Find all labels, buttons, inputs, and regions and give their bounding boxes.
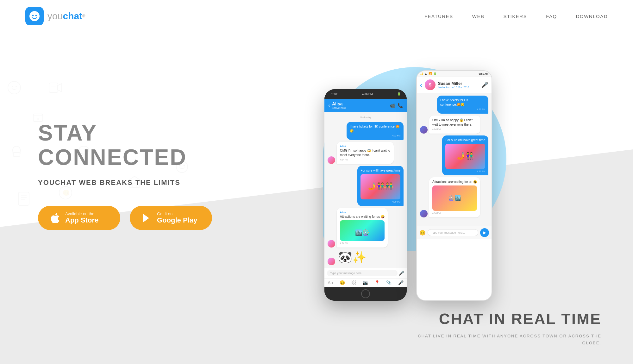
phone2-chat-header: ‹ S Susan Miller Last active on 16 Mar, … bbox=[417, 77, 492, 93]
phone2-contact-info: Susan Miller Last active on 16 Mar, 2018 bbox=[438, 81, 479, 89]
logo-icon bbox=[25, 7, 44, 25]
googleplay-icon bbox=[141, 212, 153, 224]
phone1-video-icon: 📹 bbox=[390, 103, 395, 108]
phone1-messages: Yesterday I have tickets for HK conferen… bbox=[324, 112, 407, 268]
bottom-cta-inner: CHAT IN REAL TIME CHAT LIVE IN REAL TIME… bbox=[411, 310, 601, 347]
phone2-msg-image-selfie: 🤳👫 bbox=[445, 144, 485, 169]
svg-point-0 bbox=[29, 11, 40, 21]
phone2-battery-icon: 🔋 bbox=[433, 72, 437, 75]
cta-buttons: Available on the App Store Get it on Goo… bbox=[38, 206, 228, 230]
phone1-input[interactable]: Type your message here... bbox=[327, 270, 398, 276]
phone1-input-bar: Type your message here... 🎤 bbox=[324, 268, 407, 278]
phone1-call-icon: 📞 bbox=[398, 103, 403, 108]
bottom-title: CHAT IN REAL TIME bbox=[411, 310, 601, 328]
msg-image-selfie-1: 🤳👫👬 bbox=[360, 174, 400, 199]
phone1-chat-icons: 📹 📞 bbox=[390, 103, 403, 108]
header: youchat® FEATURES WEB STIKERS FAQ DOWNLO… bbox=[0, 0, 633, 32]
appstore-text: Available on the App Store bbox=[65, 211, 98, 224]
toolbar-camera-icon: 📷 bbox=[362, 280, 368, 285]
nav-faq[interactable]: FAQ bbox=[546, 14, 557, 19]
phone1-chat-header: ‹ Alisa Active now 📹 📞 bbox=[324, 99, 407, 112]
phone2-mic-icon: 🎤 bbox=[481, 81, 488, 88]
phone2-msg-received-2: Attractions are waiting for us 😮 🎡🏙️ 4:3… bbox=[420, 177, 488, 217]
msg-avatar-1 bbox=[328, 156, 335, 164]
phone2-time: 9:51 AM bbox=[479, 72, 488, 75]
phone2-send-button[interactable]: ▶ bbox=[480, 228, 489, 237]
msg-left-bubble-2: Alisa Attractions are waiting for us 😜 🏙… bbox=[337, 208, 388, 248]
nav-web[interactable]: WEB bbox=[472, 14, 485, 19]
msg-sticker: 🐼✨ bbox=[328, 249, 404, 265]
main-nav: FEATURES WEB STIKERS FAQ DOWNLOAD bbox=[424, 14, 608, 19]
phones-container: AT&T 4:36 PM 🔋 ‹ Alisa Ac bbox=[324, 64, 492, 301]
toolbar-attachment-icon: 📎 bbox=[386, 280, 392, 285]
phone2-status-bar: 🌙 ▲ 📶 🔋 9:51 AM bbox=[417, 71, 492, 77]
phone2-input[interactable]: Type your message here... bbox=[428, 229, 478, 236]
phone1-carrier: AT&T bbox=[331, 92, 338, 96]
msg-avatar-3 bbox=[328, 258, 335, 265]
phone1-chat-info: Alisa Active now bbox=[332, 101, 346, 110]
phone2-msg-sent-2: For sure will have great time 🤳👫 4:23 PM bbox=[442, 135, 488, 176]
hero-content: STAY CONNECTED YOUCHAT WEB BREAKS THE LI… bbox=[0, 32, 633, 301]
phone2-status-left: 🌙 ▲ 📶 🔋 bbox=[420, 72, 437, 75]
phone-2: 🌙 ▲ 📶 🔋 9:51 AM ‹ S Susan Miller bbox=[416, 70, 492, 301]
svg-point-1 bbox=[32, 15, 34, 16]
toolbar-photo-icon: 🖼 bbox=[351, 280, 356, 285]
msg-date-1: Yesterday bbox=[328, 116, 404, 119]
appstore-small-text: Available on the bbox=[65, 211, 98, 216]
nav-features[interactable]: FEATURES bbox=[424, 14, 453, 19]
phone2-back-icon: ‹ bbox=[420, 81, 422, 89]
msg-image-city-1: 🏙️🎡 bbox=[340, 220, 385, 241]
phone1-screen: ‹ Alisa Active now 📹 📞 bbox=[324, 99, 407, 287]
phone-1: AT&T 4:36 PM 🔋 ‹ Alisa Ac bbox=[324, 89, 407, 301]
phone1-contact-status: Active now bbox=[332, 106, 346, 110]
googleplay-small-text: Get it on bbox=[157, 211, 197, 216]
home-circle bbox=[361, 289, 370, 298]
appstore-button[interactable]: Available on the App Store bbox=[38, 206, 120, 230]
phone1-status-bar: AT&T 4:36 PM 🔋 bbox=[324, 89, 407, 99]
phone2-input-bar: 😊 Type your message here... ▶ bbox=[417, 226, 492, 239]
phone2-msg-image-park: 🎡🏙️ bbox=[432, 185, 477, 211]
phone1-home-button[interactable] bbox=[324, 287, 407, 301]
hero-heading: STAY CONNECTED bbox=[38, 121, 228, 170]
nav-stikers[interactable]: STIKERS bbox=[503, 14, 527, 19]
phone2-messages: I have tickets for HK conference.🤩😏 4:22… bbox=[417, 93, 492, 226]
hero-subheading: YOUCHAT WEB BREAKS THE LIMITS bbox=[38, 179, 228, 187]
googleplay-button[interactable]: Get it on Google Play bbox=[130, 206, 212, 230]
hero-section: 😊 STAY CONNECTED YOUCHAT WEB BREAKS THE … bbox=[0, 32, 633, 364]
logo-text: youchat® bbox=[47, 11, 85, 22]
phone2-wifi-icon: ▲ bbox=[424, 72, 427, 75]
bottom-desc: CHAT LIVE IN REAL TIME WITH ANYONE ACROS… bbox=[411, 333, 601, 347]
msg-sent-1: I have tickets for HK conference 🤩😏 4:22… bbox=[347, 122, 404, 140]
phone2-contact-status: Last active on 16 Mar, 2018 bbox=[438, 86, 479, 89]
bottom-cta-section: CHAT IN REAL TIME CHAT LIVE IN REAL TIME… bbox=[0, 301, 633, 364]
hero-left: STAY CONNECTED YOUCHAT WEB BREAKS THE LI… bbox=[38, 58, 228, 230]
toolbar-emoji-icon: 😊 bbox=[340, 280, 345, 285]
googleplay-large-text: Google Play bbox=[157, 216, 197, 224]
phone1-battery: 🔋 bbox=[397, 92, 401, 96]
phone2-contact-avatar: S bbox=[425, 79, 436, 90]
msg-left-bubble-1: Alisa OMG I'm so happy 😱 I can't wait to… bbox=[337, 142, 394, 164]
phone1-chat-header-left: ‹ Alisa Active now bbox=[328, 101, 346, 110]
msg-received-2: Alisa Attractions are waiting for us 😜 🏙… bbox=[328, 208, 404, 248]
msg-avatar-2 bbox=[328, 240, 335, 248]
msg-sticker-emoji: 🐼✨ bbox=[337, 249, 368, 265]
phone2-emoji-icon: 😊 bbox=[419, 230, 426, 236]
phone2-contact-name: Susan Miller bbox=[438, 81, 479, 86]
apple-icon bbox=[49, 212, 61, 224]
svg-point-2 bbox=[35, 15, 37, 16]
phone1-time: 4:36 PM bbox=[362, 92, 373, 96]
phone2-moon-icon: 🌙 bbox=[420, 72, 423, 75]
phone1-mic-icon: 🎤 bbox=[399, 271, 404, 276]
msg-sent-2: For sure will have great time 🤳👫👬 4:29 P… bbox=[357, 166, 404, 206]
phone2-signal-icon: 📶 bbox=[429, 72, 432, 75]
phone2-msg-avatar-1 bbox=[420, 126, 428, 134]
phone2-msg-received-1: OMG I'm so happy 😱 I can't wait to meet … bbox=[420, 116, 488, 134]
phone2-msg-left-1: OMG I'm so happy 😱 I can't wait to meet … bbox=[429, 116, 480, 134]
phone2-msg-left-2: Attractions are waiting for us 😮 🎡🏙️ 4:3… bbox=[429, 177, 480, 217]
nav-download[interactable]: DOWNLOAD bbox=[576, 14, 608, 19]
logo-area: youchat® bbox=[25, 7, 85, 25]
toolbar-location-icon: 📍 bbox=[374, 280, 380, 285]
appstore-large-text: App Store bbox=[65, 216, 98, 224]
phone1-contact-name: Alisa bbox=[332, 101, 346, 106]
googleplay-text: Get it on Google Play bbox=[157, 211, 197, 224]
